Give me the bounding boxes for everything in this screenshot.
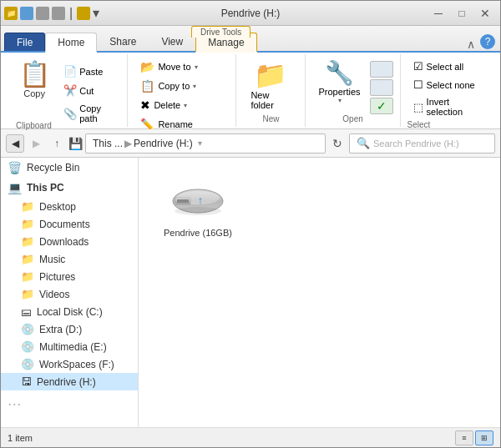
tab-view[interactable]: View: [149, 33, 195, 51]
properties-button[interactable]: 🔧 Properties ▾: [312, 58, 366, 108]
forward-button[interactable]: ▶: [27, 134, 45, 153]
ribbon: 📋 Copy 📄 Paste ✂️ Cut 📎 Copy path Clipbo…: [1, 53, 500, 129]
move-to-button[interactable]: 📂 Move to ▾: [134, 58, 229, 76]
clipboard-side-btns: 📄 Paste ✂️ Cut 📎 Copy path: [59, 63, 120, 126]
desktop-label: Desktop: [39, 201, 76, 213]
file-item-pendrive[interactable]: ↑ Pendrive (16GB): [155, 174, 240, 246]
drive-tools-label: Drive Tools File Home Share View Manage …: [1, 26, 500, 53]
local-disk-c-icon: 🖴: [21, 305, 32, 318]
copy-to-icon: 📋: [140, 79, 154, 93]
path-dropdown[interactable]: ▾: [198, 138, 202, 148]
svg-point-5: [175, 207, 221, 215]
new-folder-button[interactable]: 📁 New folder: [243, 58, 298, 114]
app-icon-gray: [36, 7, 49, 20]
sidebar-item-documents[interactable]: 📁 Documents: [1, 215, 138, 233]
title-bar: 📁 | ▾ Pendrive (H:) ─ □ ✕: [1, 1, 500, 26]
drive-icon-address: 💾: [68, 137, 83, 150]
maximize-button[interactable]: □: [450, 2, 473, 25]
select-none-button[interactable]: ☐ Select none: [407, 76, 488, 93]
close-button[interactable]: ✕: [473, 2, 497, 25]
ribbon-collapse-btn[interactable]: ∧: [463, 38, 478, 51]
copy-icon: 📋: [19, 62, 50, 87]
sidebar-item-pendrive-h[interactable]: 🖫 Pendrive (H:): [1, 373, 138, 390]
workspaces-f-label: WorkSpaces (F:): [39, 359, 114, 370]
sidebar-item-downloads[interactable]: 📁 Downloads: [1, 233, 138, 250]
sidebar-item-this-pc[interactable]: 💻 This PC: [1, 178, 138, 198]
arrow-icon: ▾: [93, 5, 99, 21]
open-btn3[interactable]: ✓: [370, 98, 393, 114]
new-folder-label: New folder: [250, 90, 291, 110]
open-group-btns: 🔧 Properties ▾ ✓: [312, 58, 392, 114]
clipboard-group: 📋 Copy 📄 Paste ✂️ Cut 📎 Copy path Clipbo…: [6, 54, 128, 127]
tab-share[interactable]: Share: [97, 33, 149, 51]
select-all-button[interactable]: ☑ Select all: [407, 58, 488, 75]
paste-label: Paste: [79, 67, 103, 77]
sidebar-item-pictures[interactable]: 📁 Pictures: [1, 268, 138, 285]
sidebar-item-music[interactable]: 📁 Music: [1, 250, 138, 268]
copy-button[interactable]: 📋 Copy: [13, 58, 56, 103]
sidebar-item-videos[interactable]: 📁 Videos: [1, 285, 138, 303]
sidebar-item-desktop[interactable]: 📁 Desktop: [1, 198, 138, 215]
extra-d-icon: 💿: [21, 323, 34, 335]
separator-icon: |: [69, 6, 73, 21]
sidebar-item-local-disk-c[interactable]: 🖴 Local Disk (C:): [1, 303, 138, 320]
open-side-btns: ✓: [370, 61, 393, 114]
properties-arrow: ▾: [338, 97, 342, 104]
pendrive-h-icon: 🖫: [21, 375, 32, 388]
select-all-icon: ☑: [413, 60, 423, 73]
tiles-view-button[interactable]: ⊞: [475, 430, 493, 445]
invert-selection-icon: ⬚: [413, 101, 423, 113]
cut-icon: ✂️: [63, 84, 77, 97]
refresh-button[interactable]: ↻: [328, 134, 347, 153]
this-pc-label: This PC: [27, 182, 64, 194]
list-view-button[interactable]: ≡: [455, 430, 473, 445]
invert-selection-button[interactable]: ⬚ Invert selection: [407, 94, 488, 119]
recycle-bin-label: Recycle Bin: [27, 162, 79, 174]
copy-to-button[interactable]: 📋 Copy to ▾: [134, 77, 229, 95]
main-content: 🗑️ Recycle Bin 💻 This PC 📁 Desktop 📁 Doc…: [1, 158, 500, 427]
clipboard-group-label: Clipboard: [16, 121, 52, 130]
open-btn1[interactable]: [370, 61, 393, 78]
select-none-icon: ☐: [413, 78, 423, 91]
music-label: Music: [39, 254, 65, 265]
app-icon-yellow2: [77, 7, 90, 20]
pictures-icon: 📁: [21, 270, 34, 283]
drive-tools-tab-label: Drive Tools: [191, 26, 250, 38]
sidebar-item-recycle-bin[interactable]: 🗑️ Recycle Bin: [1, 158, 138, 178]
delete-arrow: ▾: [184, 102, 187, 109]
tab-file[interactable]: File: [4, 33, 45, 51]
copy-path-button[interactable]: 📎 Copy path: [59, 101, 120, 126]
back-button[interactable]: ◀: [6, 134, 24, 153]
move-to-arrow: ▾: [195, 63, 198, 71]
address-path[interactable]: This ... ▶ Pendrive (H:) ▾: [85, 133, 326, 154]
view-buttons: ≡ ⊞: [455, 430, 493, 445]
address-bar: ◀ ▶ ↑ 💾 This ... ▶ Pendrive (H:) ▾ ↻ 🔍 S…: [1, 129, 500, 158]
item-count: 1 item: [8, 433, 33, 443]
extra-d-label: Extra (D:): [39, 324, 82, 335]
videos-icon: 📁: [21, 288, 34, 300]
open-group-label: Open: [342, 114, 362, 123]
pendrive-svg-icon: ↑: [169, 183, 227, 224]
copy-path-icon: 📎: [63, 108, 77, 120]
copy-label: Copy: [23, 88, 45, 98]
paste-button[interactable]: 📄 Paste: [59, 63, 120, 80]
documents-label: Documents: [39, 219, 90, 230]
minimize-button[interactable]: ─: [427, 2, 450, 25]
sidebar-item-multimedia-e[interactable]: 💿 Multimedia (E:): [1, 338, 138, 355]
up-button[interactable]: ↑: [48, 134, 66, 153]
move-to-label: Move to: [158, 62, 190, 72]
tab-home[interactable]: Home: [45, 33, 97, 53]
invert-selection-label: Invert selection: [427, 97, 483, 117]
move-to-icon: 📂: [140, 60, 154, 73]
delete-button[interactable]: ✖ Delete ▾: [134, 96, 229, 114]
search-bar[interactable]: 🔍 Search Pendrive (H:): [349, 133, 495, 154]
sidebar-item-workspaces-f[interactable]: 💿 WorkSpaces (F:): [1, 355, 138, 373]
help-btn[interactable]: ?: [480, 34, 495, 49]
file-area[interactable]: ↑ Pendrive (16GB): [139, 158, 500, 427]
music-icon: 📁: [21, 253, 34, 265]
sidebar-more-area: ···: [1, 390, 138, 416]
cut-label: Cut: [79, 86, 94, 96]
cut-button[interactable]: ✂️ Cut: [59, 82, 120, 99]
open-btn2[interactable]: [370, 79, 393, 96]
sidebar-item-extra-d[interactable]: 💿 Extra (D:): [1, 320, 138, 338]
